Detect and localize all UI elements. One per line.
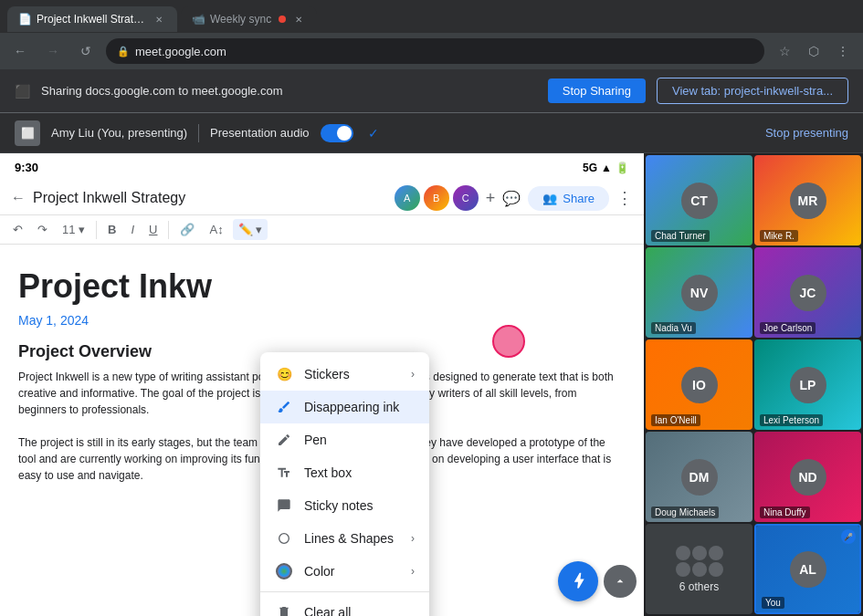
recording-indicator <box>279 16 286 23</box>
undo-button[interactable]: ↶ <box>7 219 28 240</box>
others-mini-2 <box>692 546 707 560</box>
toolbar-divider-2 <box>168 221 169 239</box>
share-button[interactable]: 👥 Share <box>528 186 609 211</box>
menu-item-clear-all[interactable]: Clear all <box>260 596 429 616</box>
annotation-marker <box>492 325 525 358</box>
menu-divider <box>260 591 429 592</box>
video-cell-doug: DM Doug Michaels <box>646 432 752 522</box>
presenter-name: Amy Liu (You, presenting) <box>51 126 187 140</box>
text-style-button[interactable]: A↕ <box>204 219 228 240</box>
bold-button[interactable]: B <box>102 219 121 240</box>
stickers-arrow-icon: › <box>411 368 415 381</box>
doc-header: ← Project Inkwell Strategy A B C + 💬 👥 S… <box>0 182 644 215</box>
lines-shapes-icon <box>275 529 293 548</box>
doc-page-title: Project Inkw <box>18 266 626 306</box>
doc-date: May 1, 2024 <box>18 313 626 328</box>
tab-meet[interactable]: 📹 Weekly sync ✕ <box>181 6 317 32</box>
menu-item-stickers-label: Stickers <box>304 367 400 381</box>
menu-item-color[interactable]: Color › <box>260 555 429 588</box>
stop-sharing-button[interactable]: Stop Sharing <box>548 78 646 103</box>
tab-doc[interactable]: 📄 Project Inkwell Strategy ✕ <box>7 6 177 32</box>
menu-item-pen-label: Pen <box>304 433 415 447</box>
signal-icon: ▲ <box>601 162 612 174</box>
mic-active-indicator: 🎤 <box>841 529 856 544</box>
avatar-3: C <box>453 185 479 211</box>
chevron-up-icon <box>613 574 627 589</box>
chad-avatar: CT <box>681 183 718 219</box>
phone-time: 9:30 <box>15 161 38 174</box>
extensions-icon[interactable]: ⬡ <box>801 38 826 64</box>
toggle-dot <box>337 126 352 141</box>
menu-item-lines-shapes[interactable]: Lines & Shapes › <box>260 522 429 555</box>
mic-icon-small: 🎤 <box>844 533 853 541</box>
meet-favicon-icon: 📹 <box>192 13 205 26</box>
avatar-2: B <box>424 185 449 211</box>
forward-button[interactable]: → <box>40 38 66 64</box>
lexi-name: Lexi Peterson <box>760 414 823 426</box>
tab-meet-title: Weekly sync <box>210 13 271 26</box>
lines-shapes-arrow-icon: › <box>411 532 415 545</box>
add-icon[interactable]: + <box>486 189 496 208</box>
annotation-fab-button[interactable] <box>558 561 598 601</box>
tab-doc-title: Project Inkwell Strategy <box>37 13 146 26</box>
nadia-name: Nadia Vu <box>651 322 696 334</box>
others-mini-1 <box>676 546 690 560</box>
signal-strength: 5G <box>583 162 597 174</box>
mike-avatar: MR <box>790 183 826 219</box>
phone-status-bar: 9:30 5G ▲ 🔋 <box>0 153 644 182</box>
url-bar-row: ← → ↺ 🔒 meet.google.com ☆ ⬡ ⋮ <box>0 33 863 69</box>
underline-button[interactable]: U <box>143 219 163 240</box>
menu-item-stickers[interactable]: 😊 Stickers › <box>260 358 429 391</box>
back-button[interactable]: ← <box>7 38 33 64</box>
lexi-avatar: LP <box>790 367 826 403</box>
svg-point-0 <box>279 534 289 544</box>
pen-tool-button[interactable]: ✏️ ▾ <box>233 219 268 240</box>
menu-item-text-box[interactable]: Text box <box>260 456 429 489</box>
browser-menu-icon[interactable]: ⋮ <box>830 38 856 64</box>
comment-icon[interactable]: 💬 <box>502 190 521 207</box>
audio-label: Presentation audio <box>210 126 309 140</box>
more-options-icon[interactable]: ⋮ <box>616 188 633 208</box>
view-tab-button[interactable]: View tab: project-inkwell-stra... <box>657 78 848 104</box>
menu-item-disappearing-ink[interactable]: Disappearing ink <box>260 391 429 423</box>
expand-fab-button[interactable] <box>604 565 637 598</box>
video-cell-chad: CT Chad Turner <box>646 155 752 245</box>
doc-avatars: A B C <box>395 185 479 211</box>
nadia-avatar: NV <box>681 275 718 311</box>
divider <box>198 124 199 142</box>
presenter-bar: ⬜ Amy Liu (You, presenting) Presentation… <box>0 113 863 153</box>
toolbar-divider <box>96 221 97 239</box>
menu-item-pen[interactable]: Pen <box>260 423 429 456</box>
font-size-selector[interactable]: 11 ▾ <box>57 219 90 240</box>
stop-presenting-button[interactable]: Stop presenting <box>765 126 848 140</box>
menu-item-sticky-notes[interactable]: Sticky notes <box>260 489 429 522</box>
tab-meet-close-icon[interactable]: ✕ <box>291 12 306 26</box>
joe-avatar: JC <box>790 275 826 311</box>
url-bar[interactable]: 🔒 meet.google.com <box>106 38 764 64</box>
back-arrow-icon[interactable]: ← <box>11 190 26 206</box>
italic-button[interactable]: I <box>125 219 140 240</box>
doug-name: Doug Michaels <box>651 506 719 518</box>
redo-button[interactable]: ↷ <box>32 219 53 240</box>
phone-frame: 9:30 5G ▲ 🔋 ← Project Inkwell Strategy A… <box>0 153 644 616</box>
nina-name: Nina Duffy <box>760 506 810 518</box>
menu-item-sticky-notes-label: Sticky notes <box>304 498 415 513</box>
sticky-notes-icon <box>275 496 293 515</box>
pen-icon <box>275 431 293 449</box>
refresh-button[interactable]: ↺ <box>73 38 99 64</box>
menu-item-disappearing-ink-label: Disappearing ink <box>304 400 415 414</box>
bookmark-icon[interactable]: ☆ <box>772 38 797 64</box>
tab-doc-close-icon[interactable]: ✕ <box>152 12 166 26</box>
check-icon: ✓ <box>368 126 379 141</box>
mike-name: Mike R. <box>760 230 798 242</box>
sharing-indicator-icon: ⬛ <box>15 84 30 99</box>
video-cell-lexi: LP Lexi Peterson <box>754 339 861 430</box>
screen-share-icon: ⬜ <box>15 120 40 146</box>
audio-toggle[interactable] <box>321 124 353 142</box>
tab-bar: 📄 Project Inkwell Strategy ✕ 📹 Weekly sy… <box>0 0 863 33</box>
others-avatars <box>672 546 727 577</box>
main-area: 9:30 5G ▲ 🔋 ← Project Inkwell Strategy A… <box>0 153 863 616</box>
stickers-icon: 😊 <box>275 365 293 383</box>
annotation-menu: 😊 Stickers › Disappearing ink Pen <box>260 352 429 616</box>
link-button[interactable]: 🔗 <box>174 219 200 240</box>
